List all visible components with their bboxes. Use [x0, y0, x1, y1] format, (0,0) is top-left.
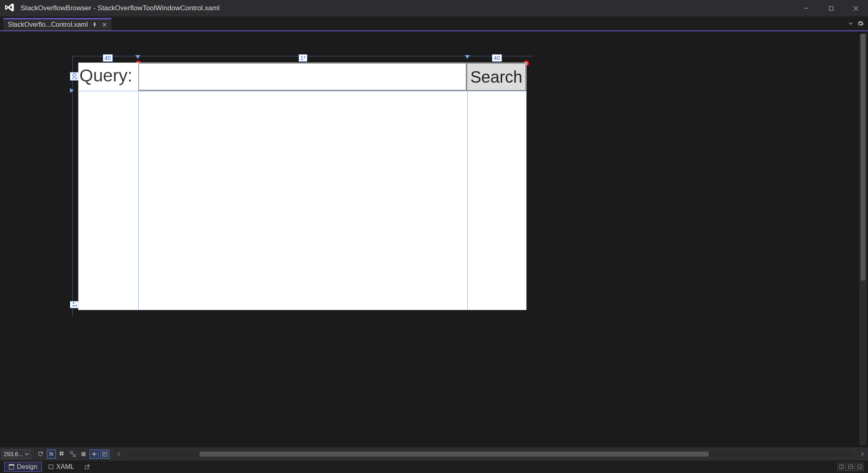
zoom-value: 293,6...	[4, 451, 23, 457]
titlebar: StackOverflowBrowser - StackOverflowTool…	[0, 0, 868, 16]
svg-rect-1	[60, 452, 61, 453]
designer-surface[interactable]: 40 1* 40 20 1* Query: Search	[0, 31, 868, 447]
column-guide	[138, 63, 139, 310]
minimize-button[interactable]	[794, 0, 819, 16]
column-size-badge[interactable]: 1*	[299, 54, 307, 62]
query-textbox[interactable]	[138, 63, 466, 91]
svg-rect-2	[62, 452, 63, 453]
column-guide	[467, 63, 468, 310]
svg-rect-8	[103, 452, 107, 456]
scroll-left-icon[interactable]	[115, 450, 123, 459]
split-vertical-icon[interactable]	[838, 463, 846, 471]
maximize-button[interactable]	[819, 0, 843, 16]
svg-rect-10	[9, 464, 14, 466]
xaml-pane-button[interactable]: XAML	[44, 462, 79, 472]
svg-rect-15	[858, 465, 862, 469]
document-tab-label: StackOverflo...Control.xaml	[8, 21, 88, 28]
search-button[interactable]: Search	[466, 63, 526, 91]
column-grip-icon[interactable]	[465, 55, 470, 59]
visual-studio-icon	[4, 2, 15, 14]
horizontal-scrollbar[interactable]	[126, 450, 855, 458]
close-tab-icon[interactable]	[101, 21, 108, 28]
column-grip-icon[interactable]	[135, 55, 140, 59]
effects-icon[interactable]: fx	[47, 450, 56, 459]
ruler-line	[72, 57, 73, 316]
document-tab[interactable]: StackOverflo...Control.xaml	[3, 18, 111, 30]
row-grip-icon[interactable]	[70, 88, 74, 93]
design-canvas-host: 40 1* 40 20 1* Query: Search	[78, 63, 527, 310]
gear-icon[interactable]	[856, 19, 865, 28]
refresh-icon[interactable]	[36, 450, 45, 459]
design-canvas[interactable]: Query: Search	[78, 63, 527, 310]
svg-rect-7	[81, 452, 86, 456]
close-button[interactable]	[843, 0, 868, 16]
zoom-combo[interactable]: 293,6...	[2, 450, 31, 459]
pane-switcher: Design XAML	[0, 460, 868, 473]
row-size-badge[interactable]: 20	[70, 72, 79, 81]
svg-rect-4	[62, 454, 63, 455]
xaml-pane-label: XAML	[56, 463, 74, 471]
pin-icon[interactable]	[91, 21, 98, 28]
snap-lines-icon[interactable]	[79, 450, 88, 459]
query-label: Query:	[79, 63, 138, 91]
column-size-badge[interactable]: 40	[492, 54, 502, 62]
chevron-down-icon	[25, 451, 29, 457]
toggle-icon-a[interactable]	[90, 450, 99, 459]
toggle-icon-b[interactable]	[100, 450, 109, 459]
svg-rect-11	[49, 465, 53, 469]
svg-rect-6	[73, 454, 75, 457]
grid-icon[interactable]	[58, 450, 67, 459]
document-tab-shelf: StackOverflo...Control.xaml	[0, 16, 868, 31]
vertical-scrollbar[interactable]	[859, 34, 867, 445]
designer-toolbar: 293,6... fx	[0, 447, 868, 460]
split-horizontal-icon[interactable]	[847, 463, 855, 471]
row-size-badge[interactable]: 1*	[70, 301, 79, 308]
column-size-badge[interactable]: 40	[103, 54, 113, 62]
svg-rect-5	[70, 452, 72, 454]
snap-grid-icon[interactable]	[68, 450, 77, 459]
popout-icon[interactable]	[83, 462, 92, 471]
tab-overflow-icon[interactable]	[847, 19, 855, 28]
design-pane-label: Design	[17, 463, 37, 471]
window-title: StackOverflowBrowser - StackOverflowTool…	[21, 4, 220, 12]
svg-rect-3	[60, 454, 61, 455]
expand-pane-icon[interactable]	[856, 463, 864, 471]
svg-rect-0	[829, 6, 833, 10]
design-pane-button[interactable]: Design	[4, 462, 42, 472]
row-guide	[79, 91, 526, 91]
scroll-right-icon[interactable]	[858, 450, 866, 459]
designer-content: 40 1* 40 20 1* Query: Search	[0, 31, 868, 447]
